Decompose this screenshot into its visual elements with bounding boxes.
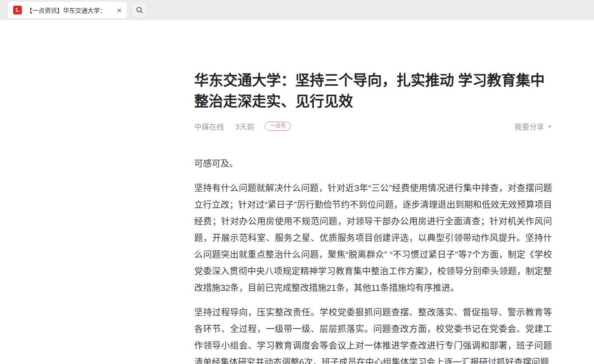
- article-title: 华东交通大学：坚持三个导向，扎实推动 学习教育集中整治走深走实、见行见效: [194, 70, 552, 112]
- article-paragraph: 坚持有什么问题就解决什么问题，针对近3年“三公”经费使用情况进行集中排查，对查摆…: [194, 180, 552, 296]
- article-paragraph: 坚持过程导向，压实整改责任。学校党委狠抓问题查摆、整改落实、督促指导、警示教育等…: [194, 304, 552, 364]
- close-icon[interactable]: ×: [116, 6, 122, 14]
- article-byline: 中媒在线 3天前 一点号 我要分享 ▼: [194, 121, 552, 132]
- yidianhao-badge: 一点号: [265, 122, 291, 131]
- publish-time: 3天前: [235, 121, 254, 132]
- byline-left: 中媒在线 3天前 一点号: [194, 121, 291, 132]
- share-label: 我要分享: [514, 121, 544, 132]
- article-paragraph: 可感可及。: [194, 155, 552, 172]
- search-button[interactable]: [131, 2, 148, 18]
- yidian-favicon-icon: 1.: [13, 6, 22, 14]
- share-button[interactable]: 我要分享 ▼: [514, 121, 552, 132]
- browser-tab[interactable]: 1. 【一点资讯】华东交通大学： ×: [8, 2, 127, 18]
- article-container: 华东交通大学：坚持三个导向，扎实推动 学习教育集中整治走深走实、见行见效 中媒在…: [194, 20, 552, 364]
- article-body: 可感可及。 坚持有什么问题就解决什么问题，针对近3年“三公”经费使用情况进行集中…: [194, 155, 552, 364]
- search-icon: [136, 6, 143, 14]
- tab-title: 【一点资讯】华东交通大学：: [26, 6, 112, 14]
- browser-tab-bar: 1. 【一点资讯】华东交通大学： ×: [0, 0, 594, 20]
- article-page: 华东交通大学：坚持三个导向，扎实推动 学习教育集中整治走深走实、见行见效 中媒在…: [0, 20, 594, 364]
- article-source-link[interactable]: 中媒在线: [194, 121, 224, 132]
- chevron-down-icon: ▼: [547, 124, 552, 129]
